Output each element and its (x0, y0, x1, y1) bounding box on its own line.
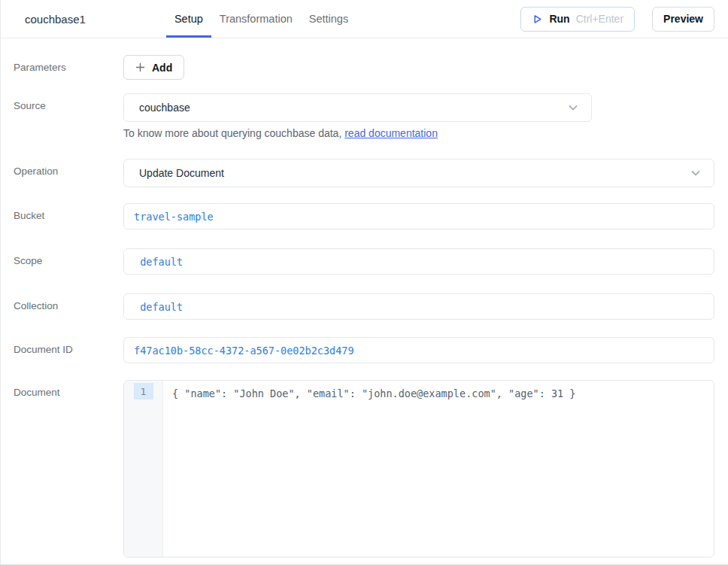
document-id-row: Document ID (1, 337, 714, 363)
document-label: Document (1, 380, 123, 398)
source-helper-prefix: To know more about querying couchbase da… (123, 127, 344, 139)
editor-gutter: 1 (124, 381, 163, 557)
header-actions: Run Ctrl+Enter Preview (520, 7, 714, 32)
collection-label: Collection (1, 293, 123, 311)
document-id-label: Document ID (1, 337, 123, 355)
tab-transformation[interactable]: Transformation (211, 0, 301, 38)
run-button[interactable]: Run Ctrl+Enter (520, 7, 635, 32)
run-shortcut-hint: Ctrl+Enter (576, 13, 623, 25)
tab-bar: Setup Transformation Settings (166, 0, 356, 38)
read-documentation-link[interactable]: read documentation (344, 127, 438, 139)
tab-setup[interactable]: Setup (166, 0, 211, 38)
bucket-label: Bucket (1, 203, 123, 221)
collection-input[interactable] (123, 293, 714, 320)
play-icon (532, 14, 543, 25)
scope-row: Scope (1, 248, 714, 275)
operation-label: Operation (1, 159, 123, 177)
tab-settings-label: Settings (309, 13, 348, 25)
document-code-editor: 1 { "name": "John Doe", "email": "john.d… (123, 380, 714, 557)
chevron-down-icon (690, 167, 702, 179)
parameters-row: Parameters Add (1, 55, 714, 80)
preview-button-label: Preview (663, 13, 703, 25)
operation-select-value: Update Document (139, 167, 224, 179)
operation-select[interactable]: Update Document (123, 159, 714, 187)
source-row: Source couchbase To know more about quer… (1, 93, 714, 139)
scope-input[interactable] (123, 248, 714, 275)
source-select[interactable]: couchbase (123, 93, 592, 122)
bucket-row: Bucket (1, 203, 714, 229)
tab-setup-label: Setup (174, 13, 203, 25)
tab-settings[interactable]: Settings (301, 0, 356, 38)
tab-transformation-label: Transformation (220, 13, 293, 25)
parameters-label: Parameters (1, 55, 123, 73)
query-setup-form: Parameters Add Source couchbase (1, 38, 728, 557)
scope-label: Scope (1, 248, 123, 266)
run-button-label: Run (549, 13, 569, 25)
source-label: Source (1, 93, 123, 111)
editor-line-number: 1 (134, 383, 153, 399)
document-id-input[interactable] (123, 337, 714, 363)
operation-row: Operation Update Document (1, 159, 714, 187)
query-editor-header: couchbase1 Setup Transformation Settings… (1, 0, 728, 38)
preview-button[interactable]: Preview (652, 7, 714, 32)
chevron-down-icon (567, 102, 579, 114)
document-code-area[interactable]: { "name": "John Doe", "email": "john.doe… (163, 381, 714, 557)
query-editor-panel: couchbase1 Setup Transformation Settings… (0, 0, 728, 565)
document-row: Document 1 { "name": "John Doe", "email"… (1, 380, 714, 557)
add-parameter-button[interactable]: Add (123, 55, 184, 80)
query-name: couchbase1 (25, 13, 86, 26)
collection-row: Collection (1, 293, 714, 320)
source-select-value: couchbase (139, 102, 190, 114)
plus-icon (135, 62, 145, 72)
source-helper-text: To know more about querying couchbase da… (123, 127, 714, 139)
bucket-input[interactable] (123, 203, 714, 229)
add-parameter-label: Add (152, 62, 172, 74)
